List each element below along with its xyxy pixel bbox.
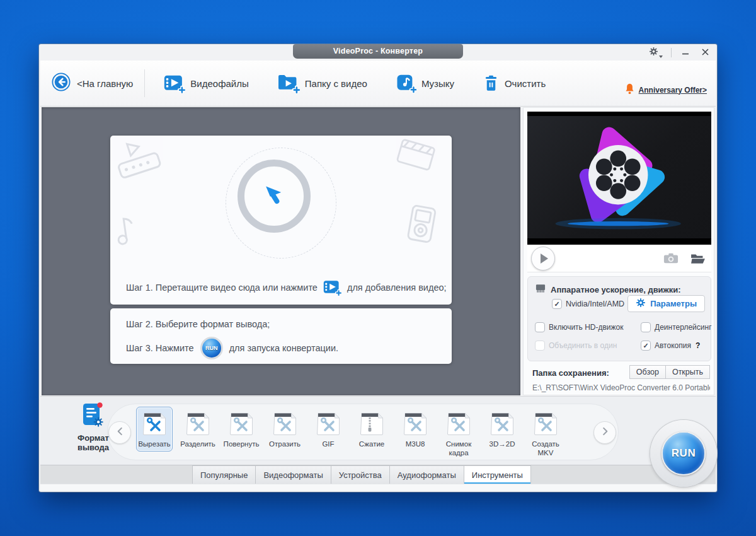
- step3-prefix: Шаг 3. Нажмите: [126, 343, 194, 353]
- open-folder-button[interactable]: [690, 252, 706, 267]
- tool-mirror[interactable]: Отразить: [266, 407, 303, 452]
- toolbar-add-video-folder-button[interactable]: Папку с видео: [277, 73, 367, 93]
- snapshot-button[interactable]: [663, 252, 679, 267]
- play-button[interactable]: [531, 247, 555, 271]
- drop-target-circle[interactable]: [238, 160, 311, 233]
- tool-m3u8-icon: [401, 411, 430, 440]
- watermark-music-note-icon: [110, 207, 151, 255]
- run-button-label: RUN: [672, 447, 696, 460]
- titlebar-divider: [671, 48, 672, 57]
- preview-screen: [527, 116, 711, 238]
- tool-rotate[interactable]: Повернуть: [223, 407, 260, 452]
- tool-cut-label: Вырезать: [138, 440, 170, 449]
- tool-mirror-icon: [270, 411, 299, 440]
- autocopy-help[interactable]: ?: [696, 341, 700, 350]
- hardware-acceleration-panel: Аппаратное ускорение, движки: ✓ Nvidia/I…: [527, 276, 711, 361]
- tool-compress[interactable]: Сжатие: [353, 407, 390, 452]
- watermark-filmstrip-icon: [110, 136, 170, 194]
- checkbox-auto-copy[interactable]: ✓Автокопия?: [641, 341, 712, 351]
- tool-snapshot[interactable]: Снимок кадра: [440, 407, 477, 460]
- tool-rotate-icon: [227, 411, 256, 440]
- browse-button[interactable]: Обзор: [629, 365, 666, 379]
- desktop-background: VideoProc - Конвертер <На главную Видеоф…: [0, 0, 756, 536]
- back-icon: [52, 73, 71, 94]
- toolbar-items: ВидеофайлыПапку с видеоМузыкуОчистить: [164, 73, 546, 93]
- watermark-ipod-icon: [399, 201, 444, 249]
- save-folder-label: Папка сохранения:: [532, 368, 609, 378]
- offer-label: Anniversary Offer>: [639, 86, 707, 95]
- options-button[interactable]: Параметры: [627, 295, 705, 312]
- tool-m3u8[interactable]: M3U8: [397, 407, 433, 452]
- tool-3d-to-2d[interactable]: 3D→2D: [484, 407, 520, 452]
- checkbox-merge-into-one: Объединить в один: [535, 341, 641, 351]
- video-folder-add-icon: [277, 73, 300, 93]
- checkbox-deinterlacing-box[interactable]: [641, 322, 651, 332]
- toolbar-add-music-button[interactable]: Музыку: [396, 73, 454, 93]
- main-toolbar: <На главную ВидеофайлыПапку с видеоМузык…: [40, 61, 716, 107]
- steps-card: Шаг 2. Выберите формат вывода; Шаг 3. На…: [110, 308, 452, 364]
- tool-make-mkv-icon: [531, 411, 560, 440]
- tab-popular[interactable]: Популярные: [192, 465, 256, 484]
- bottom-toolbar: Формат вывода ВырезатьРазделитьПовернуть…: [40, 396, 716, 465]
- tab-audio-formats[interactable]: Аудиоформаты: [390, 465, 464, 484]
- checkbox-deinterlacing[interactable]: Деинтерлейсинг: [641, 322, 712, 332]
- gear-icon: [649, 47, 658, 59]
- chip-icon: [534, 283, 547, 296]
- tab-devices[interactable]: Устройства: [331, 465, 390, 484]
- toolbar-clear-list-button[interactable]: Очистить: [483, 74, 546, 93]
- toolbar-add-video-label: Видеофайлы: [190, 78, 248, 89]
- back-label: <На главную: [77, 78, 133, 89]
- toolbar-divider: [144, 69, 145, 97]
- tool-split-icon: [183, 411, 212, 440]
- play-icon: [541, 253, 548, 264]
- trash-icon: [483, 74, 500, 93]
- anniversary-offer-link[interactable]: Anniversary Offer>: [624, 83, 707, 97]
- run-button-pedestal: RUN: [650, 420, 717, 487]
- tools-list: ВырезатьРазделитьПовернутьОтразитьGIFСжа…: [136, 407, 564, 460]
- run-button[interactable]: RUN: [662, 431, 706, 475]
- tool-3d-to-2d-label: 3D→2D: [490, 440, 515, 449]
- hardware-checkbox-grid: Включить HD-движокДеинтерлейсингОбъедини…: [535, 322, 708, 351]
- tool-snapshot-icon: [444, 411, 473, 440]
- video-preview[interactable]: [527, 112, 711, 245]
- checkbox-gpu-box[interactable]: ✓: [552, 299, 562, 309]
- caret-down-icon: [659, 55, 663, 58]
- camera-icon: [663, 255, 679, 266]
- drop-zone[interactable]: Шаг 1. Перетащите видео сюда или нажмите…: [110, 136, 452, 305]
- tool-cut[interactable]: Вырезать: [136, 407, 173, 452]
- bell-icon: [624, 83, 635, 97]
- tool-gif[interactable]: GIF: [310, 407, 346, 452]
- tool-m3u8-label: M3U8: [406, 440, 425, 449]
- settings-gear-button[interactable]: [649, 47, 663, 59]
- titlebar[interactable]: VideoProc - Конвертер: [39, 44, 717, 61]
- checkbox-enable-hd-engine[interactable]: Включить HD-движок: [535, 322, 641, 332]
- checkbox-auto-copy-box[interactable]: ✓: [641, 341, 651, 351]
- tab-video-formats[interactable]: Видеоформаты: [256, 465, 331, 484]
- checkbox-enable-hd-engine-box[interactable]: [535, 322, 545, 332]
- run-inline-icon: RUN: [200, 337, 223, 359]
- open-button[interactable]: Открыть: [665, 365, 710, 379]
- hardware-title: Аппаратное ускорение, движки:: [551, 285, 681, 294]
- close-icon: [701, 47, 709, 59]
- tool-split-label: Разделить: [180, 440, 215, 449]
- tool-split[interactable]: Разделить: [180, 407, 216, 452]
- main-area: Шаг 1. Перетащите видео сюда или нажмите…: [42, 107, 520, 395]
- chevron-left-icon: [116, 426, 124, 439]
- minimize-icon: [682, 47, 689, 59]
- format-tabs-bar: ПопулярныеВидеоформатыУстройстваАудиофор…: [40, 465, 716, 484]
- add-video-inline-icon[interactable]: [323, 279, 341, 296]
- tool-cut-icon: [140, 411, 169, 440]
- step1-prefix: Шаг 1. Перетащите видео сюда или нажмите: [126, 283, 318, 293]
- back-to-home-button[interactable]: <На главную: [52, 73, 133, 94]
- gear-icon: [636, 298, 646, 310]
- toolbar-add-video-button[interactable]: Видеофайлы: [164, 74, 248, 93]
- step3-instruction: Шаг 3. Нажмите RUN для запуска конвертац…: [126, 337, 452, 359]
- close-button[interactable]: [699, 48, 711, 58]
- tab-toolbox[interactable]: Инструменты: [464, 465, 531, 484]
- toolbar-add-music-label: Музыку: [421, 78, 454, 89]
- tools-scroll-right-button[interactable]: [593, 421, 616, 444]
- minimize-button[interactable]: [680, 48, 691, 58]
- tool-make-mkv[interactable]: Создать MKV: [527, 407, 564, 460]
- checkbox-gpu[interactable]: ✓ Nvidia/Intel/AMD: [552, 299, 624, 309]
- tools-scroll-left-button[interactable]: [108, 421, 131, 444]
